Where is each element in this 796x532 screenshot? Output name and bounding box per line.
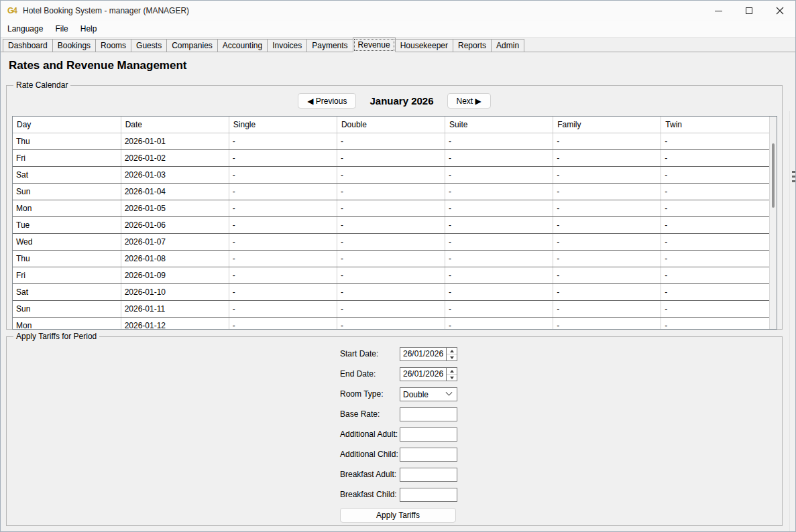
table-row[interactable]: Sun2026-01-11-----	[13, 300, 769, 317]
end-date-label: End Date:	[340, 367, 400, 381]
base-rate-label: Base Rate:	[340, 407, 400, 421]
table-cell: Fri	[13, 267, 121, 283]
end-date-spinner[interactable]: 26/01/2026	[400, 367, 457, 381]
table-cell: -	[337, 149, 445, 166]
room-type-dropdown[interactable]: Double	[400, 387, 457, 401]
table-cell: -	[553, 300, 661, 317]
table-cell: Thu	[13, 133, 121, 149]
table-cell: -	[661, 300, 769, 317]
table-cell: -	[337, 133, 445, 149]
tab-payments[interactable]: Payments	[306, 39, 353, 52]
table-cell: -	[553, 166, 661, 183]
end-date-spin-down-icon[interactable]	[447, 375, 457, 381]
table-row[interactable]: Sun2026-01-04-----	[13, 183, 769, 200]
table-cell: -	[229, 200, 337, 216]
table-cell: -	[229, 133, 337, 149]
breakfast-adult-input[interactable]	[400, 468, 457, 482]
table-cell: 2026-01-07	[121, 233, 229, 250]
next-month-button[interactable]: Next ▶	[447, 93, 491, 109]
close-button[interactable]	[764, 1, 795, 21]
table-cell: -	[445, 267, 553, 283]
minimize-button[interactable]	[703, 1, 734, 21]
column-header-double[interactable]: Double	[337, 117, 445, 133]
field-row-end-date: End Date:26/01/2026	[340, 367, 782, 381]
start-date-label: Start Date:	[340, 347, 400, 361]
tab-dashboard[interactable]: Dashboard	[3, 39, 53, 52]
table-cell: -	[661, 250, 769, 267]
additional-adult-input[interactable]	[400, 427, 457, 442]
tab-guests[interactable]: Guests	[131, 39, 167, 52]
column-header-suite[interactable]: Suite	[445, 117, 553, 133]
table-cell: -	[445, 283, 553, 300]
table-row[interactable]: Sat2026-01-10-----	[13, 283, 769, 300]
tab-rooms[interactable]: Rooms	[95, 39, 131, 52]
tab-revenue[interactable]: Revenue	[353, 38, 396, 52]
table-cell: -	[229, 216, 337, 233]
end-date-spin-up-icon[interactable]	[447, 368, 457, 375]
table-cell: 2026-01-10	[121, 283, 229, 300]
table-row[interactable]: Mon2026-01-12-----	[13, 317, 769, 330]
field-row-start-date: Start Date:26/01/2026	[340, 347, 782, 361]
base-rate-input[interactable]	[400, 407, 457, 421]
room-type-value: Double	[400, 390, 447, 399]
chevron-down-icon	[446, 389, 453, 396]
tab-invoices[interactable]: Invoices	[267, 39, 307, 52]
start-date-spin-down-icon[interactable]	[447, 354, 457, 360]
column-header-single[interactable]: Single	[229, 117, 337, 133]
table-cell: Sat	[13, 166, 121, 183]
table-cell: -	[553, 183, 661, 200]
additional-child-label: Additional Child:	[340, 448, 400, 462]
tab-companies[interactable]: Companies	[166, 39, 218, 52]
column-header-day[interactable]: Day	[13, 117, 121, 133]
table-row[interactable]: Fri2026-01-02-----	[13, 149, 769, 166]
tab-bookings[interactable]: Bookings	[52, 39, 96, 52]
table-row[interactable]: Fri2026-01-09-----	[13, 267, 769, 283]
table-cell: -	[229, 300, 337, 317]
tab-accounting[interactable]: Accounting	[217, 39, 268, 52]
table-row[interactable]: Sat2026-01-03-----	[13, 166, 769, 183]
table-cell: -	[229, 283, 337, 300]
previous-month-button[interactable]: ◀ Previous	[298, 93, 356, 109]
start-date-spin-up-icon[interactable]	[447, 348, 457, 354]
table-vertical-scrollbar[interactable]	[769, 117, 777, 329]
table-cell: -	[229, 233, 337, 250]
apply-tariffs-button[interactable]: Apply Tariffs	[340, 508, 456, 523]
table-row[interactable]: Tue2026-01-06-----	[13, 216, 769, 233]
column-header-family[interactable]: Family	[553, 117, 661, 133]
rate-calendar-group: Rate Calendar ◀ Previous January 2026 Ne…	[6, 85, 783, 330]
table-cell: -	[337, 267, 445, 283]
table-row[interactable]: Thu2026-01-08-----	[13, 250, 769, 267]
table-row[interactable]: Wed2026-01-07-----	[13, 233, 769, 250]
table-cell: -	[553, 233, 661, 250]
column-header-date[interactable]: Date	[121, 117, 229, 133]
table-cell: -	[553, 149, 661, 166]
table-row[interactable]: Thu2026-01-01-----	[13, 133, 769, 149]
tab-bar: DashboardBookingsRoomsGuestsCompaniesAcc…	[1, 38, 795, 52]
table-cell: -	[661, 283, 769, 300]
table-cell: -	[445, 133, 553, 149]
menu-help[interactable]: Help	[74, 21, 103, 37]
start-date-spinner[interactable]: 26/01/2026	[400, 347, 457, 361]
table-cell: 2026-01-02	[121, 149, 229, 166]
menu-language[interactable]: Language	[1, 21, 49, 37]
scrollbar-thumb[interactable]	[772, 143, 775, 208]
tab-reports[interactable]: Reports	[453, 39, 492, 52]
apply-tariffs-group: Apply Tariffs for Period Start Date:26/0…	[6, 336, 783, 526]
maximize-button[interactable]	[734, 1, 764, 21]
table-row[interactable]: Mon2026-01-05-----	[13, 200, 769, 216]
table-cell: -	[553, 200, 661, 216]
table-cell: 2026-01-01	[121, 133, 229, 149]
column-header-twin[interactable]: Twin	[661, 117, 769, 133]
rate-table: DayDateSingleDoubleSuiteFamilyTwin Thu20…	[13, 117, 769, 330]
table-cell: -	[445, 233, 553, 250]
table-cell: -	[445, 317, 553, 330]
breakfast-child-input[interactable]	[400, 488, 457, 502]
menu-bar: LanguageFileHelp	[1, 21, 795, 38]
additional-child-input[interactable]	[400, 448, 457, 462]
table-cell: -	[445, 216, 553, 233]
table-cell: -	[553, 267, 661, 283]
table-cell: -	[229, 183, 337, 200]
tab-admin[interactable]: Admin	[491, 39, 524, 52]
tab-housekeeper[interactable]: Housekeeper	[395, 39, 453, 52]
menu-file[interactable]: File	[49, 21, 74, 37]
